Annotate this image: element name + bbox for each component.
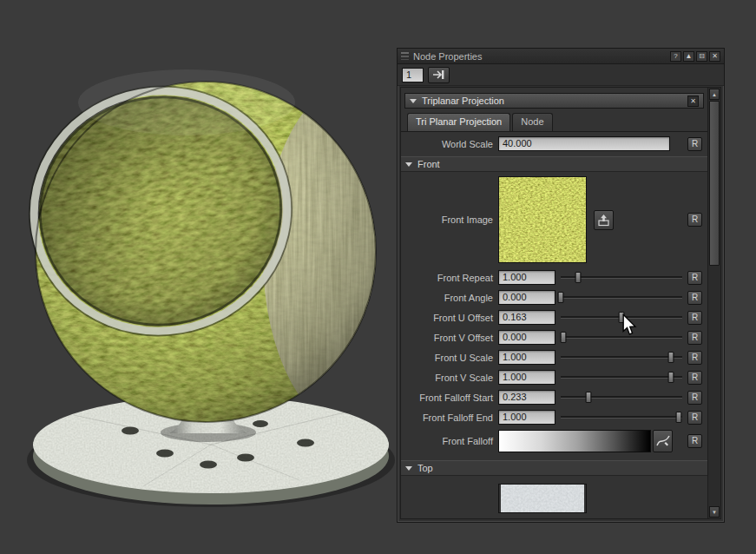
- slider-reset-button[interactable]: R: [687, 411, 702, 425]
- slider-value-field[interactable]: 1.000: [498, 370, 555, 385]
- scroll-down-button[interactable]: ▼: [709, 506, 720, 518]
- front-falloff-gradient[interactable]: [498, 430, 651, 452]
- slider-track[interactable]: [561, 371, 682, 384]
- slider-handle[interactable]: [619, 312, 625, 323]
- vertical-scrollbar[interactable]: ▲ ▼: [707, 88, 720, 518]
- load-image-button[interactable]: [594, 210, 614, 230]
- slider-label: Front V Scale: [401, 373, 498, 383]
- node-header[interactable]: Triplanar Projection ✕: [404, 93, 704, 109]
- edit-curve-button[interactable]: [653, 430, 673, 452]
- slider-value-field[interactable]: 1.000: [498, 270, 555, 285]
- front-section-header[interactable]: Front: [401, 156, 707, 172]
- slider-value-field[interactable]: 1.000: [498, 410, 555, 425]
- slider-track[interactable]: [561, 351, 682, 364]
- slider-track-bar: [561, 376, 682, 379]
- slider-track[interactable]: [561, 391, 682, 404]
- top-section-header[interactable]: Top: [401, 460, 707, 476]
- slider-track-bar: [561, 396, 682, 399]
- slider-reset-button[interactable]: R: [687, 391, 702, 405]
- restore-button[interactable]: ⊟: [696, 51, 707, 62]
- panel-title: Node Properties: [413, 51, 483, 62]
- slider-handle[interactable]: [560, 332, 566, 343]
- slider-track[interactable]: [561, 291, 682, 304]
- front-sliders: Front Repeat1.000RFront Angle0.000RFront…: [401, 267, 707, 427]
- slider-handle[interactable]: [675, 412, 681, 423]
- front-falloff-label: Front Falloff: [401, 436, 498, 446]
- slider-value-field[interactable]: 0.000: [498, 290, 555, 305]
- apply-to-node-button[interactable]: [428, 67, 450, 83]
- slider-handle[interactable]: [668, 372, 674, 383]
- slider-row-front-repeat: Front Repeat1.000R: [401, 267, 707, 287]
- world-scale-reset-button[interactable]: R: [687, 137, 702, 151]
- slider-label: Front U Offset: [401, 313, 498, 323]
- slider-label: Front Repeat: [401, 273, 498, 283]
- slider-track-bar: [561, 416, 682, 419]
- slider-label: Front Falloff Start: [401, 392, 498, 403]
- front-falloff-row: Front Falloff R: [401, 427, 707, 455]
- slider-reset-button[interactable]: R: [687, 291, 702, 305]
- top-image-thumbnail[interactable]: [498, 484, 587, 513]
- collapse-triangle-icon[interactable]: [410, 99, 417, 103]
- slider-reset-button[interactable]: R: [687, 371, 702, 385]
- slider-row-front-u-offset: Front U Offset0.163R: [401, 307, 707, 327]
- tab-tri-planar-projection[interactable]: Tri Planar Projection: [407, 113, 510, 131]
- front-image-reset-button[interactable]: R: [687, 213, 702, 227]
- front-image-row: Front Image: [401, 172, 707, 267]
- slider-value-field[interactable]: 0.233: [498, 390, 555, 405]
- slider-track-bar: [561, 336, 682, 339]
- slider-value-field[interactable]: 0.000: [498, 330, 555, 345]
- world-scale-row: World Scale 40.000 R: [401, 134, 707, 154]
- panel-titlebar[interactable]: Node Properties ?▲⊟✕: [398, 49, 724, 64]
- help-button[interactable]: ?: [670, 51, 681, 62]
- world-scale-field[interactable]: 40.000: [498, 136, 670, 151]
- front-image-label: Front Image: [401, 214, 498, 225]
- slider-label: Front Angle: [401, 293, 498, 303]
- rollup-button[interactable]: ▲: [683, 51, 694, 62]
- slider-value-field[interactable]: 0.163: [498, 310, 555, 325]
- slider-handle[interactable]: [586, 392, 592, 403]
- scroll-up-button[interactable]: ▲: [709, 89, 720, 100]
- edit-curve-icon: [656, 434, 670, 448]
- window-buttons: ?▲⊟✕: [670, 51, 720, 62]
- slider-handle[interactable]: [668, 352, 674, 363]
- slider-reset-button[interactable]: R: [687, 311, 702, 325]
- slider-track-bar: [561, 296, 682, 299]
- front-falloff-reset-button[interactable]: R: [687, 434, 702, 448]
- slider-track[interactable]: [561, 271, 682, 284]
- tab-node[interactable]: Node: [512, 113, 552, 131]
- slider-label: Front U Scale: [401, 353, 498, 363]
- top-section-title: Top: [417, 463, 433, 473]
- properties-form: Triplanar Projection ✕ Tri Planar Projec…: [401, 88, 707, 518]
- slider-row-front-falloff-start: Front Falloff Start0.233R: [401, 387, 707, 407]
- tab-bar: Tri Planar ProjectionNode: [401, 109, 707, 132]
- load-image-icon: [597, 214, 610, 227]
- index-field[interactable]: 1: [402, 68, 424, 82]
- panel-toolbar: 1: [398, 64, 724, 86]
- collapse-triangle-icon[interactable]: [405, 162, 412, 167]
- slider-value-field[interactable]: 1.000: [498, 350, 555, 365]
- front-section-title: Front: [417, 159, 440, 169]
- node-close-button[interactable]: ✕: [687, 96, 699, 107]
- slider-row-front-u-scale: Front U Scale1.000R: [401, 347, 707, 367]
- slider-track-bar: [561, 356, 682, 359]
- slider-row-front-angle: Front Angle0.000R: [401, 287, 707, 307]
- slider-reset-button[interactable]: R: [687, 351, 702, 365]
- arrow-into-node-icon: [432, 69, 445, 80]
- slider-reset-button[interactable]: R: [687, 331, 702, 345]
- collapse-triangle-icon[interactable]: [405, 466, 412, 471]
- slider-reset-button[interactable]: R: [687, 271, 702, 285]
- slider-track[interactable]: [561, 331, 682, 344]
- slider-handle[interactable]: [575, 272, 581, 283]
- slider-handle[interactable]: [558, 292, 564, 303]
- slider-label: Front V Offset: [401, 333, 498, 343]
- front-image-thumbnail[interactable]: [498, 176, 587, 263]
- close-button[interactable]: ✕: [709, 51, 720, 62]
- slider-label: Front Falloff End: [401, 412, 498, 423]
- properties-content: Triplanar Projection ✕ Tri Planar Projec…: [400, 87, 721, 519]
- scrollbar-thumb[interactable]: [709, 101, 720, 266]
- slider-track[interactable]: [561, 411, 682, 424]
- viewport: [13, 24, 404, 526]
- top-image-row: [401, 476, 707, 518]
- slider-row-front-v-scale: Front V Scale1.000R: [401, 367, 707, 387]
- slider-track[interactable]: [561, 311, 682, 324]
